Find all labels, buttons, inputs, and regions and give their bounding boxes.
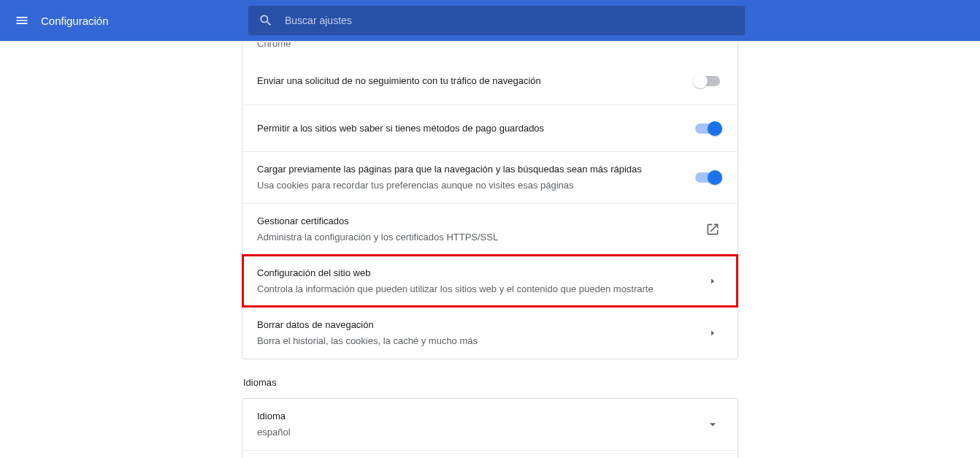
row-preload-pages[interactable]: Cargar previamente las páginas para que … (242, 151, 738, 203)
row-title: Configuración del sitio web (257, 266, 708, 280)
row-title: Enviar una solicitud de no seguimiento c… (257, 74, 695, 88)
row-subtitle: Usa cookies para recordar tus preferenci… (257, 178, 695, 193)
row-text: Permitir a los sitios web saber si tiene… (257, 121, 695, 136)
row-payment-methods[interactable]: Permitir a los sitios web saber si tiene… (242, 104, 738, 151)
row-manage-certificates[interactable]: Gestionar certificados Administra la con… (242, 203, 738, 255)
row-title: Gestionar certificados (257, 214, 705, 229)
row-text: Enviar una solicitud de no seguimiento c… (257, 74, 695, 88)
row-subtitle: español (257, 425, 705, 440)
toggle-payment-methods[interactable] (695, 123, 720, 134)
menu-icon (15, 13, 29, 28)
row-title: Cargar previamente las páginas para que … (257, 162, 695, 177)
row-title: Borrar datos de navegación (257, 318, 708, 332)
row-text: Cargar previamente las páginas para que … (257, 162, 695, 193)
toggle-preload-pages[interactable] (695, 172, 720, 183)
search-input[interactable] (285, 15, 735, 26)
row-language[interactable]: Idioma español (242, 399, 738, 450)
row-clear-data[interactable]: Borrar datos de navegación Borra el hist… (242, 307, 738, 359)
chevron-down-icon (705, 417, 720, 432)
row-subtitle: Borra el historial, las cookies, la cach… (257, 334, 708, 348)
row-title: Permitir a los sitios web saber si tiene… (257, 121, 695, 136)
row-text: Borrar datos de navegación Borra el hist… (257, 318, 708, 348)
open-external-icon (705, 222, 720, 237)
toggle-no-track[interactable] (695, 76, 720, 86)
row-text: Configuración del sitio web Controla la … (257, 266, 708, 297)
row-site-settings[interactable]: Configuración del sitio web Controla la … (242, 255, 738, 307)
menu-button[interactable] (13, 12, 31, 29)
row-spellcheck[interactable]: Revisión ortográfica (242, 450, 738, 458)
content-area: Chrome Enviar una solicitud de no seguim… (0, 42, 980, 458)
settings-column: Chrome Enviar una solicitud de no seguim… (242, 42, 738, 458)
row-subtitle: Administra la configuración y los certif… (257, 230, 705, 245)
search-icon (259, 13, 273, 28)
row-no-track[interactable]: Enviar una solicitud de no seguimiento c… (242, 58, 738, 104)
chevron-right-icon (708, 277, 717, 286)
row-subtitle: Controla la información que pueden utili… (257, 282, 708, 297)
chrome-subtext: Chrome (242, 42, 738, 58)
page-title: Configuración (41, 15, 109, 27)
chevron-right-icon (708, 329, 717, 337)
languages-card: Idioma español Revisión ortográfica (242, 398, 738, 458)
privacy-card: Chrome Enviar una solicitud de no seguim… (242, 42, 738, 359)
topbar: Configuración (0, 0, 980, 41)
languages-heading: Idiomas (243, 377, 738, 388)
search-box[interactable] (248, 6, 745, 35)
row-text: Gestionar certificados Administra la con… (257, 214, 705, 245)
row-text: Idioma español (257, 409, 705, 440)
row-title: Idioma (257, 409, 705, 424)
